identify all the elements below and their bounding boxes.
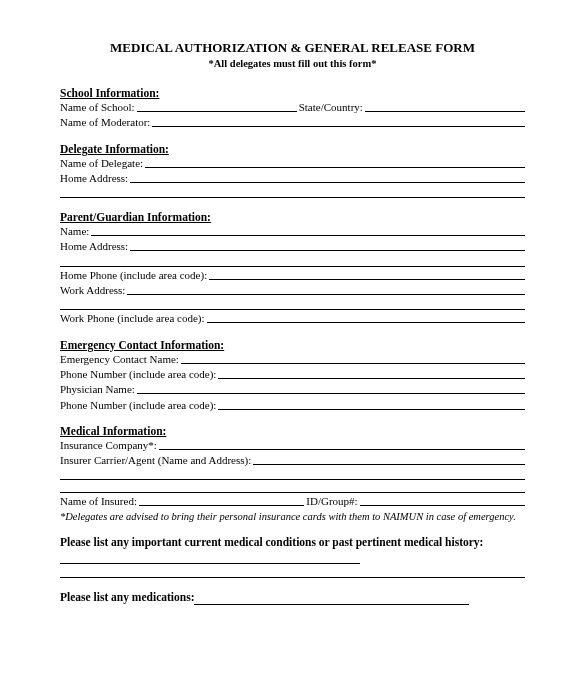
emergency-phone1-label: Phone Number (include area code): [60,367,216,381]
conditions-input[interactable] [60,553,360,564]
physician-input[interactable] [137,382,525,394]
parent-name-label: Name: [60,224,89,238]
moderator-label: Name of Moderator: [60,115,150,129]
insured-row: Name of Insured: ID/Group#: [60,494,525,508]
physician-label: Physician Name: [60,382,135,396]
state-label: State/Country: [299,100,363,114]
state-input[interactable] [365,100,525,112]
delegate-address-input[interactable] [130,171,525,183]
delegate-address-row: Home Address: [60,171,525,185]
insured-input[interactable] [139,494,304,506]
conditions-question: Please list any important current medica… [60,536,525,564]
work-address-input[interactable] [127,283,525,295]
home-phone-label: Home Phone (include area code): [60,268,207,282]
parent-header: Parent/Guardian Information: [60,211,525,223]
work-address-line2[interactable] [60,298,525,310]
delegate-name-input[interactable] [145,156,525,168]
carrier-line3[interactable] [60,481,525,493]
emergency-name-row: Emergency Contact Name: [60,352,525,366]
parent-address-line2[interactable] [60,255,525,267]
physician-row: Physician Name: [60,382,525,396]
medications-input[interactable] [194,594,469,605]
medications-question: Please list any medications: [60,591,525,605]
conditions-line2[interactable] [60,566,525,578]
form-title: MEDICAL AUTHORIZATION & GENERAL RELEASE … [60,40,525,56]
school-header: School Information: [60,87,525,99]
work-phone-label: Work Phone (include area code): [60,311,205,325]
school-name-row: Name of School: State/Country: [60,100,525,114]
emergency-header: Emergency Contact Information: [60,339,525,351]
delegate-header: Delegate Information: [60,143,525,155]
parent-name-row: Name: [60,224,525,238]
delegate-name-row: Name of Delegate: [60,156,525,170]
insurance-label: Insurance Company*: [60,438,157,452]
parent-address-label: Home Address: [60,239,128,253]
work-address-label: Work Address: [60,283,125,297]
moderator-row: Name of Moderator: [60,115,525,129]
delegate-name-label: Name of Delegate: [60,156,143,170]
emergency-phone1-input[interactable] [218,367,525,379]
carrier-line2[interactable] [60,468,525,480]
form-subtitle: *All delegates must fill out this form* [60,58,525,69]
home-phone-row: Home Phone (include area code): [60,268,525,282]
home-phone-input[interactable] [209,268,525,280]
work-address-row: Work Address: [60,283,525,297]
carrier-input[interactable] [253,453,525,465]
insurance-input[interactable] [159,438,525,450]
parent-name-input[interactable] [91,224,525,236]
school-name-input[interactable] [137,100,297,112]
medical-header: Medical Information: [60,425,525,437]
emergency-name-input[interactable] [181,352,525,364]
work-phone-input[interactable] [207,311,526,323]
emergency-phone2-row: Phone Number (include area code): [60,398,525,412]
work-phone-row: Work Phone (include area code): [60,311,525,325]
insurance-row: Insurance Company*: [60,438,525,452]
emergency-phone2-input[interactable] [218,398,525,410]
insurance-note: *Delegates are advised to bring their pe… [60,511,525,524]
carrier-row: Insurer Carrier/Agent (Name and Address)… [60,453,525,467]
carrier-label: Insurer Carrier/Agent (Name and Address)… [60,453,251,467]
group-input[interactable] [360,494,525,506]
delegate-address-label: Home Address: [60,171,128,185]
emergency-phone2-label: Phone Number (include area code): [60,398,216,412]
group-label: ID/Group#: [306,494,357,508]
school-name-label: Name of School: [60,100,135,114]
parent-address-row: Home Address: [60,239,525,253]
moderator-input[interactable] [152,115,525,127]
insured-label: Name of Insured: [60,494,137,508]
emergency-phone1-row: Phone Number (include area code): [60,367,525,381]
parent-address-input[interactable] [130,239,525,251]
emergency-name-label: Emergency Contact Name: [60,352,179,366]
delegate-address-line2[interactable] [60,186,525,198]
